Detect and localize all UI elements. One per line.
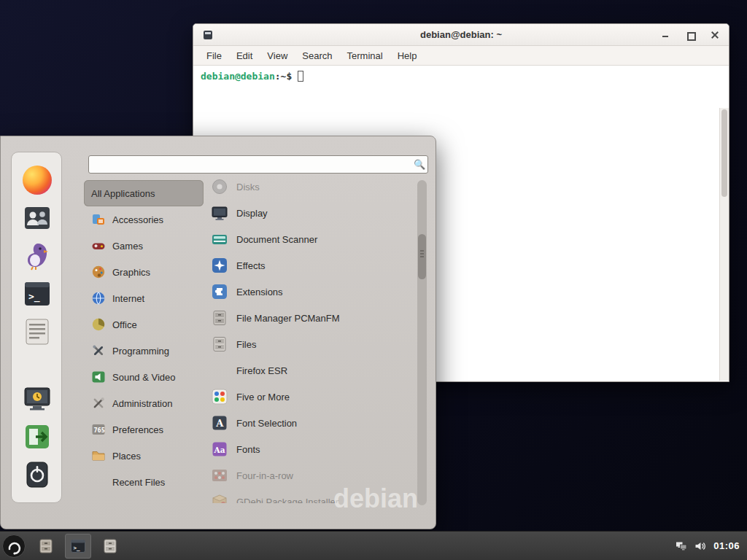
accessories-icon	[91, 212, 106, 227]
terminal-titlebar[interactable]: debian@debian: ~	[193, 24, 729, 46]
file-manager-icon	[37, 537, 55, 555]
category-label: Internet	[112, 293, 144, 304]
app-display[interactable]: Display	[206, 200, 414, 226]
launcher-files[interactable]	[97, 534, 123, 559]
favorite-firefox[interactable]	[23, 166, 52, 195]
terminal-window-icon	[204, 31, 212, 39]
category-label: Games	[112, 241, 143, 252]
session-logout[interactable]	[23, 422, 52, 451]
session-lock-screen[interactable]	[23, 384, 52, 413]
app-fonts[interactable]: Aa Fonts	[206, 436, 414, 462]
category-recent-files[interactable]: Recent Files	[84, 469, 204, 495]
app-label: Fonts	[236, 444, 260, 455]
app-file-manager-pcmanfm[interactable]: File Manager PCManFM	[206, 305, 414, 331]
app-five-or-more[interactable]: Five or More	[206, 384, 414, 410]
favorite-terminal[interactable]: >_	[23, 279, 52, 308]
app-label: Files	[236, 339, 256, 350]
app-list-scrollbar-handle[interactable]	[418, 234, 426, 279]
category-sound-video[interactable]: Sound & Video	[84, 364, 204, 390]
app-effects[interactable]: Effects	[206, 252, 414, 279]
app-files[interactable]: Files	[206, 331, 414, 357]
prompt-user-host: debian@debian	[201, 71, 275, 82]
app-extensions[interactable]: Extensions	[206, 279, 414, 305]
category-places[interactable]: Places	[84, 443, 204, 469]
places-folder-icon	[91, 448, 106, 463]
category-label: Programming	[112, 346, 169, 357]
category-graphics[interactable]: Graphics	[84, 259, 204, 285]
network-icon[interactable]	[676, 540, 687, 552]
taskbar: >_ 01:06	[0, 531, 747, 560]
category-label: Sound & Video	[112, 372, 176, 383]
effects-icon	[211, 257, 228, 274]
search-box[interactable]: 🔍	[88, 155, 428, 174]
launcher-file-manager[interactable]	[33, 534, 59, 559]
menu-search[interactable]: Search	[295, 47, 339, 64]
sound-video-icon	[91, 370, 106, 384]
display-icon	[211, 204, 228, 222]
extensions-icon	[211, 283, 228, 300]
menu-view[interactable]: View	[260, 47, 295, 64]
menu-edit[interactable]: Edit	[229, 47, 260, 64]
app-font-selection[interactable]: A Font Selection	[206, 410, 414, 436]
svg-text:A: A	[215, 418, 224, 429]
close-button[interactable]	[710, 30, 720, 40]
category-internet[interactable]: Internet	[84, 285, 204, 311]
preferences-icon: 765	[91, 422, 106, 437]
minimize-button[interactable]	[660, 30, 670, 40]
logout-icon	[23, 422, 52, 451]
clock[interactable]: 01:06	[713, 540, 740, 551]
search-icon: 🔍	[411, 159, 427, 170]
category-all-applications[interactable]: All Applications	[84, 180, 204, 206]
scanner-icon	[211, 230, 228, 248]
font-selection-icon: A	[211, 414, 228, 432]
app-firefox-esr[interactable]: Firefox ESR	[206, 357, 414, 384]
volume-icon[interactable]	[694, 540, 706, 552]
favorite-text-editor[interactable]	[23, 317, 52, 346]
games-icon	[91, 238, 106, 253]
menu-help[interactable]: Help	[390, 47, 425, 64]
app-list-scrollbar[interactable]	[417, 180, 427, 505]
maximize-button[interactable]	[685, 30, 695, 40]
category-administration[interactable]: Administration	[84, 390, 204, 416]
terminal-cursor	[298, 71, 303, 82]
gdebi-icon	[211, 493, 228, 503]
category-programming[interactable]: Programming	[84, 338, 204, 364]
svg-text:>_: >_	[74, 544, 81, 551]
app-label: Display	[236, 208, 268, 219]
category-preferences[interactable]: 765 Preferences	[84, 416, 204, 443]
app-document-scanner[interactable]: Document Scanner	[206, 226, 414, 252]
category-office[interactable]: Office	[84, 311, 204, 338]
svg-text:Aa: Aa	[214, 446, 225, 454]
disks-icon	[211, 178, 228, 195]
terminal-icon: >_	[69, 537, 87, 555]
app-label: Disks	[236, 182, 260, 192]
programming-icon	[91, 343, 106, 358]
session-shutdown[interactable]	[23, 460, 52, 489]
debian-watermark: debian	[333, 483, 418, 514]
menu-terminal[interactable]: Terminal	[340, 47, 390, 64]
launcher-terminal[interactable]: >_	[65, 534, 91, 559]
graphics-icon	[91, 265, 106, 279]
category-label: Administration	[112, 398, 172, 409]
menu-file[interactable]: File	[199, 47, 229, 64]
application-list: Disks Display Document Scanner Effects	[206, 174, 414, 503]
category-games[interactable]: Games	[84, 233, 204, 259]
favorite-contacts[interactable]	[23, 203, 52, 233]
four-in-a-row-icon	[211, 467, 228, 484]
category-list: All Applications Accessories Games Graph…	[84, 180, 204, 495]
search-input[interactable]	[89, 156, 411, 173]
office-icon	[91, 317, 106, 332]
app-disks[interactable]: Disks	[206, 174, 414, 200]
terminal-scrollbar-handle[interactable]	[721, 109, 727, 197]
application-menu: 🔍	[0, 136, 436, 529]
terminal-scrollbar[interactable]	[719, 108, 729, 381]
category-accessories[interactable]: Accessories	[84, 206, 204, 233]
firefox-icon	[211, 362, 228, 379]
category-label: All Applications	[91, 188, 155, 199]
lock-screen-icon	[23, 384, 52, 413]
file-cabinet-icon	[211, 309, 228, 327]
favorite-pidgin[interactable]	[23, 241, 52, 271]
menu-button[interactable]	[2, 534, 26, 558]
app-label: Firefox ESR	[236, 365, 287, 376]
category-label: Accessories	[112, 214, 163, 225]
